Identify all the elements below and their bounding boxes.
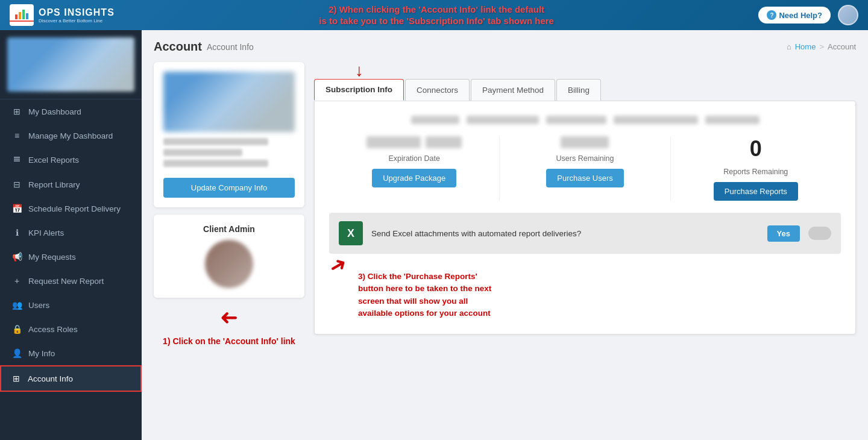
tab-payment-method[interactable]: Payment Method (471, 79, 555, 101)
logo-bar-3 (22, 10, 25, 19)
logo-main-text: OPS INSIGHTS (39, 7, 115, 18)
sidebar-item-label: My Dashboard (28, 107, 81, 116)
company-image (163, 72, 295, 132)
sidebar-item-label: Account Info (28, 374, 73, 383)
page-title-row: Account Account Info (154, 40, 254, 54)
need-help-button[interactable]: ? Need Help? (758, 7, 831, 24)
tab-billing[interactable]: Billing (556, 79, 601, 101)
arrow-left-annotation: ➜ (220, 307, 238, 329)
expiration-label: Expiration Date (388, 154, 439, 163)
excel-icon (11, 155, 22, 165)
sidebar-item-manage-dashboard[interactable]: ≡ Manage My Dashboard (0, 124, 142, 148)
annotation-title: 2) When clicking the 'Account Info' link… (319, 4, 554, 27)
need-help-label: Need Help? (779, 11, 822, 20)
right-panel: ↓ Subscription Info Connectors Payment M… (314, 62, 856, 346)
users-icon: 👥 (11, 300, 22, 310)
blurred-block-4 (614, 116, 698, 124)
tabs-row: Subscription Info Connectors Payment Met… (314, 79, 856, 101)
tab-connectors[interactable]: Connectors (405, 79, 470, 101)
reports-stat-col: 0 Reports Remaining Purchase Reports (671, 136, 841, 201)
left-panel: Update Company Info Client Admin ➜ 1) Cl… (154, 62, 304, 346)
blurred-block-3 (546, 116, 606, 124)
top-header: OPS INSIGHTS Discover a Better Bottom Li… (0, 0, 868, 30)
account-icon: ⊞ (11, 374, 22, 383)
sidebar-item-users[interactable]: 👥 Users (0, 293, 142, 317)
logo-bar-1 (15, 14, 17, 19)
content-grid: Update Company Info Client Admin ➜ 1) Cl… (154, 62, 856, 346)
header-annotation: 2) When clicking the 'Account Info' link… (115, 4, 759, 27)
tab-arrow-annotation: ↓ (355, 62, 363, 79)
sidebar-item-excel-reports[interactable]: Excel Reports (0, 148, 142, 172)
sidebar-item-kpi-alerts[interactable]: ℹ KPI Alerts (0, 221, 142, 245)
question-icon: ? (767, 10, 776, 20)
sidebar-nav: ⊞ My Dashboard ≡ Manage My Dashboard Exc… (0, 99, 142, 440)
sidebar-item-my-info[interactable]: 👤 My Info (0, 341, 142, 365)
annotation-step1: 1) Click on the 'Account Info' link (163, 336, 295, 346)
manage-icon: ≡ (11, 131, 22, 140)
client-admin-card: Client Admin (154, 215, 304, 298)
breadcrumb-current: Account (828, 42, 856, 51)
logo-line (10, 20, 34, 22)
sidebar: ⊞ My Dashboard ≡ Manage My Dashboard Exc… (0, 30, 142, 440)
company-card: Update Company Info (154, 62, 304, 207)
lock-icon: 🔒 (11, 324, 22, 334)
add-icon: + (11, 276, 22, 286)
client-admin-label: Client Admin (163, 224, 295, 234)
main-layout: ⊞ My Dashboard ≡ Manage My Dashboard Exc… (0, 30, 868, 440)
purchase-reports-button[interactable]: Purchase Reports (714, 182, 798, 201)
logo-text: OPS INSIGHTS Discover a Better Bottom Li… (39, 7, 115, 24)
schedule-icon: 📅 (11, 204, 22, 213)
content-area: Account Account Info ⌂ Home > Account (142, 30, 868, 440)
company-detail2-blurred (163, 160, 268, 167)
arrow-purchase-reports: ➜ (325, 252, 350, 278)
excel-attachment-text: Send Excel attachments with automated re… (371, 229, 759, 238)
logo-bar-2 (19, 12, 21, 19)
sidebar-item-label: My Requests (28, 253, 76, 262)
sidebar-item-account-info[interactable]: ⊞ Account Info (0, 365, 142, 392)
home-icon: ⌂ (787, 42, 791, 51)
client-avatar (205, 240, 253, 288)
toggle-switch[interactable] (808, 227, 831, 240)
page-subtitle: Account Info (207, 42, 254, 52)
sidebar-item-my-dashboard[interactable]: ⊞ My Dashboard (0, 99, 142, 124)
sidebar-item-my-requests[interactable]: 📢 My Requests (0, 245, 142, 269)
sidebar-item-label: Request New Report (28, 277, 104, 286)
sidebar-item-access-roles[interactable]: 🔒 Access Roles (0, 317, 142, 341)
blurred-block-2 (467, 116, 539, 124)
breadcrumb: ⌂ Home > Account (787, 42, 856, 51)
reports-label: Reports Remaining (723, 168, 788, 176)
blurred-block-5 (705, 116, 760, 124)
expiration-stat-col: Expiration Date Upgrade Package (329, 136, 500, 201)
purchase-users-button[interactable]: Purchase Users (546, 169, 623, 187)
blurred-block-1 (411, 116, 459, 124)
sidebar-profile-image (7, 37, 134, 92)
sidebar-item-label: KPI Alerts (28, 228, 64, 237)
excel-attachment-row: X Send Excel attachments with automated … (329, 213, 841, 254)
company-name-blurred (163, 138, 268, 145)
header-right: ? Need Help? (758, 5, 858, 25)
sidebar-item-label: Excel Reports (28, 156, 79, 165)
logo-area: OPS INSIGHTS Discover a Better Bottom Li… (10, 4, 115, 26)
user-avatar[interactable] (838, 5, 858, 25)
expiration-value-blurred-2 (426, 136, 462, 148)
yes-button[interactable]: Yes (767, 225, 800, 242)
tab-subscription-info[interactable]: Subscription Info (314, 79, 404, 101)
page-title: Account (154, 40, 202, 54)
breadcrumb-row: Account Account Info ⌂ Home > Account (154, 40, 856, 54)
tab-content: Expiration Date Upgrade Package Users Re… (314, 101, 856, 335)
dashboard-icon: ⊞ (11, 107, 22, 116)
person-icon: 👤 (11, 348, 22, 358)
upgrade-package-button[interactable]: Upgrade Package (372, 169, 456, 187)
logo-sub-text: Discover a Better Bottom Line (39, 18, 115, 24)
sidebar-item-schedule-report[interactable]: 📅 Schedule Report Delivery (0, 196, 142, 221)
annotation-step3: 3) Click the 'Purchase Reports' button h… (358, 271, 491, 319)
breadcrumb-separator: > (819, 42, 824, 51)
sidebar-item-request-new-report[interactable]: + Request New Report (0, 269, 142, 293)
update-company-info-button[interactable]: Update Company Info (163, 178, 295, 198)
logo-bar-4 (26, 13, 28, 19)
stats-row: Expiration Date Upgrade Package Users Re… (329, 136, 841, 201)
sidebar-item-report-library[interactable]: ⊟ Report Library (0, 172, 142, 196)
breadcrumb-home-link[interactable]: Home (795, 42, 816, 51)
sidebar-profile (0, 30, 142, 99)
company-detail-blurred (163, 149, 242, 156)
